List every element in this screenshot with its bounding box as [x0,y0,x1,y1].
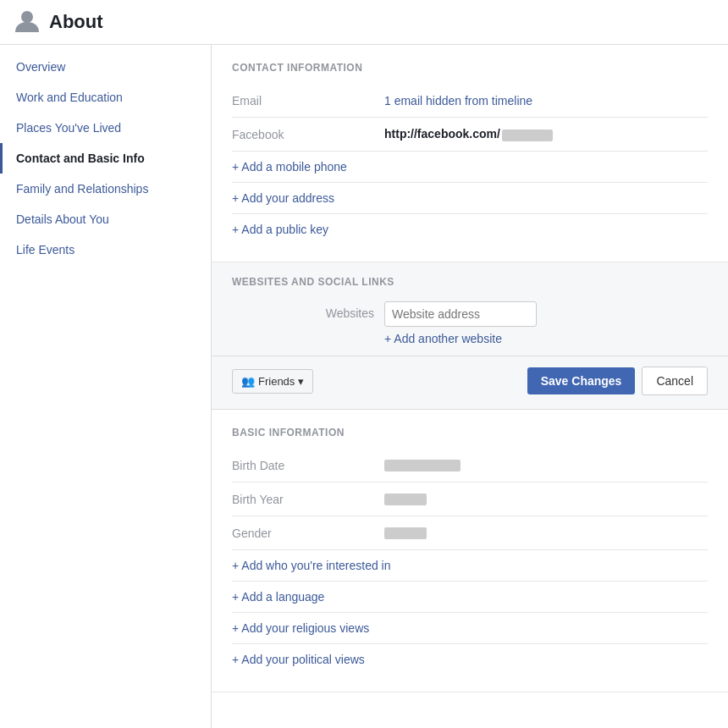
header: About [0,0,728,45]
birth-date-label: Birth Date [232,459,384,472]
sidebar-item-overview[interactable]: Overview [0,52,211,82]
contact-section-title: CONTACT INFORMATION [232,62,708,74]
add-interested-in-row: + Add who you're interested in [232,550,708,582]
websites-section: WEBSITES AND SOCIAL LINKS Websites + Add… [212,262,728,410]
sidebar-item-places-lived[interactable]: Places You've Lived [0,113,211,143]
websites-form: Websites + Add another website [232,301,708,345]
basic-information-section: BASIC INFORMATION Birth Date Birth Year … [212,410,728,692]
add-religious-views-row: + Add your religious views [232,613,708,644]
sidebar: Overview Work and Education Places You'v… [0,45,212,728]
content-area: CONTACT INFORMATION Email 1 email hidden… [212,45,728,728]
contact-information-section: CONTACT INFORMATION Email 1 email hidden… [212,45,728,262]
add-religious-views-link[interactable]: + Add your religious views [232,621,369,635]
email-label: Email [232,94,384,108]
add-language-link[interactable]: + Add a language [232,590,324,604]
friends-icon: 👥 [241,375,255,388]
birth-year-label: Birth Year [232,493,384,506]
email-row: Email 1 email hidden from timeline [232,84,708,118]
gender-value-blurred [384,527,427,539]
sidebar-item-work-education[interactable]: Work and Education [0,82,211,113]
gender-label: Gender [232,527,384,540]
facebook-row: Facebook http://facebook.com/ [232,118,708,152]
sidebar-item-details-about[interactable]: Details About You [0,204,211,234]
birth-date-row: Birth Date [232,449,708,483]
add-political-views-row: + Add your political views [232,644,708,675]
website-address-input[interactable] [384,301,537,327]
add-interested-in-link[interactable]: + Add who you're interested in [232,559,391,572]
main-layout: Overview Work and Education Places You'v… [0,45,728,728]
facebook-blurred [502,130,553,141]
facebook-value: http://facebook.com/ [384,127,553,141]
sidebar-item-life-events[interactable]: Life Events [0,234,211,265]
sidebar-item-contact-basic[interactable]: Contact and Basic Info [0,143,211,174]
email-value: 1 email hidden from timeline [384,94,532,108]
friends-dropdown-button[interactable]: 👥 Friends ▾ [232,369,313,394]
add-address-row: + Add your address [232,183,708,214]
add-political-views-link[interactable]: + Add your political views [232,653,365,666]
add-mobile-phone-link[interactable]: + Add a mobile phone [232,160,347,174]
websites-inputs: + Add another website [384,301,708,345]
add-public-key-row: + Add a public key [232,214,708,245]
add-public-key-link[interactable]: + Add a public key [232,223,328,236]
add-language-row: + Add a language [232,582,708,613]
birth-year-value-blurred [384,494,427,505]
sidebar-item-family-relationships[interactable]: Family and Relationships [0,174,211,204]
websites-section-title: WEBSITES AND SOCIAL LINKS [232,276,708,288]
cancel-button[interactable]: Cancel [642,367,708,395]
chevron-down-icon: ▾ [298,375,304,388]
svg-point-0 [21,11,33,23]
page-wrapper: About Overview Work and Education Places… [0,0,728,728]
person-icon [14,8,41,36]
form-actions: 👥 Friends ▾ Save Changes Cancel [232,356,708,409]
friends-dropdown-label: Friends [258,375,295,388]
birth-date-value-blurred [384,460,461,472]
add-mobile-phone-row: + Add a mobile phone [232,152,708,183]
gender-row: Gender [232,516,708,550]
add-address-link[interactable]: + Add your address [232,191,334,205]
page-title: About [49,11,103,33]
save-changes-button[interactable]: Save Changes [527,367,636,394]
add-another-website-link[interactable]: + Add another website [384,332,708,345]
websites-label: Websites [232,301,384,320]
basic-info-section-title: BASIC INFORMATION [232,427,708,438]
facebook-label: Facebook [232,128,384,141]
birth-year-row: Birth Year [232,483,708,516]
